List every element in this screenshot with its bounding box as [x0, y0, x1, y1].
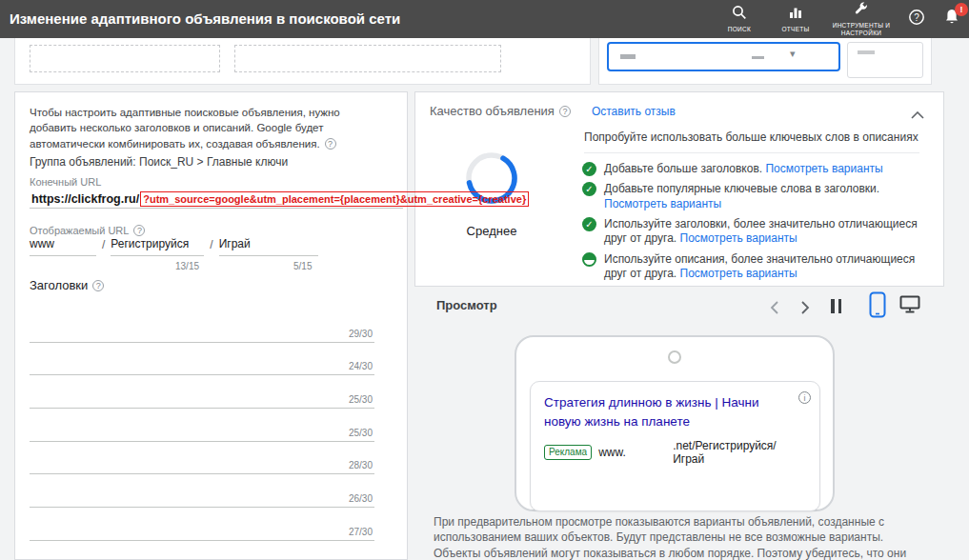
- preview-title: Просмотр: [436, 298, 497, 312]
- path-separator: /: [96, 238, 111, 256]
- divider: [584, 152, 919, 153]
- next-variant-button[interactable]: [800, 300, 810, 318]
- pause-button[interactable]: [831, 299, 841, 313]
- headline-rows: 29/30 24/30 25/30 25/30 28/30 26/30 27/3…: [30, 310, 374, 541]
- tip-text: Добавьте популярные ключевые слова в заг…: [604, 182, 879, 195]
- ad-preview-headline: Стратегия длинною в жизнь | Начни новую …: [544, 393, 797, 432]
- search-nav-button[interactable]: ПОИСК: [717, 5, 761, 33]
- tip-see-options-link[interactable]: Посмотреть варианты: [765, 162, 882, 175]
- headline-input[interactable]: 29/30: [30, 310, 374, 343]
- help-icon[interactable]: ?: [325, 138, 336, 150]
- previous-section-card: [14, 38, 591, 85]
- mobile-preview-toggle[interactable]: [869, 291, 886, 321]
- redacted-field-1[interactable]: [30, 45, 220, 72]
- smartphone-icon: [869, 307, 886, 321]
- chevron-left-icon: [770, 304, 779, 318]
- preview-disclaimer: При предварительном просмотре показывают…: [434, 514, 933, 560]
- previous-variant-button[interactable]: [770, 300, 779, 318]
- utm-annotation: ?utm_source=google&utm_placement={placem…: [140, 191, 529, 207]
- wrench-icon: [854, 1, 869, 20]
- display-path2-field[interactable]: Играй: [219, 237, 318, 256]
- redacted-text: [858, 50, 875, 54]
- redacted-field-2[interactable]: [234, 45, 501, 72]
- collapse-button[interactable]: [911, 106, 924, 123]
- app-header: Изменение адаптивного объявления в поиск…: [0, 0, 969, 38]
- headline-input[interactable]: 25/30: [30, 375, 374, 409]
- half-circle-icon: [582, 252, 596, 267]
- final-url-base: https://clickfrog.ru/: [31, 192, 139, 206]
- ad-preview-card: Стратегия длинною в жизнь | Начни новую …: [530, 381, 820, 511]
- check-circle-icon: ✓: [582, 182, 596, 196]
- side-button[interactable]: [847, 42, 923, 78]
- page-title: Изменение адаптивного объявления в поиск…: [10, 0, 400, 38]
- help-icon[interactable]: ?: [559, 106, 571, 117]
- search-nav-label: ПОИСК: [728, 26, 751, 33]
- headline-counter: 26/30: [349, 493, 373, 504]
- phone-mockup: Стратегия длинною в жизнь | Начни новую …: [515, 335, 835, 511]
- headlines-label: Заголовки?: [30, 278, 104, 292]
- final-url-value[interactable]: https://clickfrog.ru/?utm_source=google&…: [31, 190, 529, 207]
- headline-input[interactable]: 24/30: [30, 343, 374, 376]
- quality-tip-item: ✓ Используйте заголовки, более значитель…: [582, 217, 923, 247]
- notification-badge: !: [955, 3, 968, 16]
- quality-tip-item: ✓ Добавьте популярные ключевые слова в з…: [582, 182, 923, 211]
- redacted-text: [752, 56, 764, 59]
- pause-icon: [831, 299, 835, 313]
- feedback-link[interactable]: Оставить отзыв: [592, 105, 676, 118]
- redacted-text: [620, 54, 636, 59]
- header-actions: ПОИСК ОТЧЕТЫ ИНСТРУМЕНТЫ И НАСТРОЙКИ ?: [717, 0, 963, 38]
- ad-group-label: Группа объявлений:: [30, 155, 136, 169]
- check-circle-icon: ✓: [582, 162, 596, 176]
- headline-input[interactable]: 26/30: [30, 474, 374, 508]
- display-url-row: www / Регистрируйся / Играй: [30, 237, 318, 256]
- info-icon[interactable]: i: [798, 391, 811, 404]
- display-path1-field[interactable]: Регистрируйся: [111, 237, 204, 256]
- headline-input[interactable]: 27/30: [30, 508, 374, 541]
- dropdown-caret-icon: ▾: [790, 48, 796, 60]
- chevron-up-icon: [911, 106, 924, 122]
- ad-group-value: Поиск_RU > Главные ключи: [139, 155, 288, 169]
- desktop-preview-toggle[interactable]: [899, 295, 920, 316]
- ad-badge: Реклама: [544, 445, 592, 460]
- headline-counter: 24/30: [349, 361, 373, 371]
- focused-input[interactable]: ▾: [607, 42, 840, 71]
- path1-counter: 13/15: [175, 261, 199, 271]
- page: Изменение адаптивного объявления в поиск…: [0, 0, 969, 560]
- headline-counter: 25/30: [349, 428, 373, 438]
- monitor-icon: [899, 302, 920, 316]
- tools-nav-button[interactable]: ИНСТРУМЕНТЫ И НАСТРОЙКИ: [830, 1, 893, 38]
- phone-camera: [668, 350, 681, 364]
- intro-text: Чтобы настроить адаптивные поисковые объ…: [30, 105, 390, 151]
- ad-group-line: Группа объявлений: Поиск_RU > Главные кл…: [30, 155, 288, 169]
- ad-url-prefix: www.: [598, 446, 626, 459]
- help-icon[interactable]: ?: [133, 225, 145, 236]
- headline-counter: 25/30: [349, 394, 373, 405]
- headline-input[interactable]: 28/30: [30, 442, 374, 475]
- headline-counter: 29/30: [349, 329, 373, 339]
- ad-edit-card: Чтобы настроить адаптивные поисковые объ…: [14, 91, 408, 560]
- path2-counter: 5/15: [293, 261, 312, 271]
- display-url-label: Отображаемый URL?: [30, 225, 145, 236]
- svg-text:?: ?: [914, 12, 919, 23]
- notifications-button[interactable]: !: [940, 8, 963, 30]
- chevron-right-icon: [800, 304, 810, 318]
- tip-see-options-link[interactable]: Посмотреть варианты: [680, 267, 797, 280]
- search-icon: [732, 5, 747, 24]
- headline-counter: 27/30: [349, 527, 373, 537]
- tip-see-options-link[interactable]: Посмотреть варианты: [680, 231, 797, 245]
- help-icon[interactable]: ?: [92, 280, 104, 291]
- headline-input[interactable]: 25/30: [30, 409, 374, 442]
- headline-counter: 28/30: [349, 460, 373, 470]
- display-url-prefix: www: [30, 237, 96, 256]
- quality-tips: ✓ Добавьте больше заголовков. Посмотреть…: [582, 162, 923, 288]
- ad-url-suffix: .net/Регистрируйся/Играй: [673, 439, 806, 466]
- tip-see-options-link[interactable]: Посмотреть варианты: [604, 197, 721, 210]
- quality-header: Качество объявления ? Оставить отзыв: [430, 104, 676, 118]
- final-url-label: Конечный URL: [30, 176, 101, 188]
- help-button[interactable]: ?: [905, 8, 928, 30]
- reports-nav-label: ОТЧЕТЫ: [781, 26, 809, 33]
- ad-preview-url-row: Реклама www. .net/Регистрируйся/Играй: [544, 439, 806, 466]
- quality-top-tip: Попробуйте использовать больше ключевых …: [584, 130, 919, 144]
- reports-nav-button[interactable]: ОТЧЕТЫ: [774, 5, 818, 33]
- tip-text: Добавьте больше заголовков.: [604, 162, 765, 175]
